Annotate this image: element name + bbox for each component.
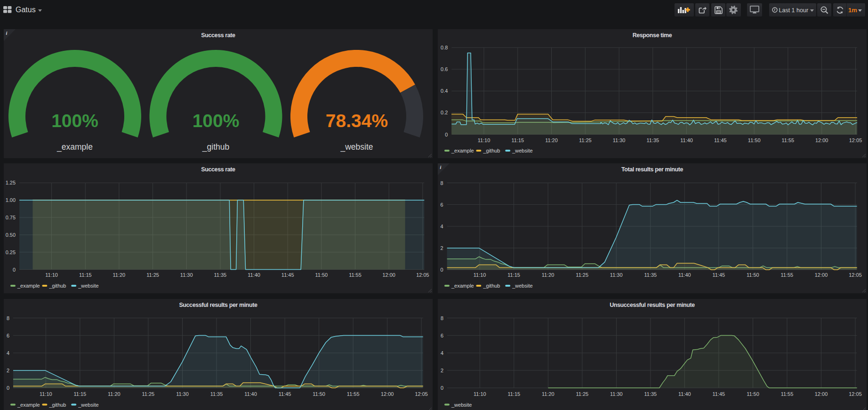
svg-text:11:40: 11:40 xyxy=(680,137,693,143)
svg-text:11:55: 11:55 xyxy=(782,137,795,143)
svg-text:11:30: 11:30 xyxy=(176,391,189,397)
svg-text:11:10: 11:10 xyxy=(40,391,52,397)
svg-text:12:05: 12:05 xyxy=(416,272,429,278)
svg-text:11:35: 11:35 xyxy=(210,391,223,397)
svg-text:_website: _website xyxy=(78,283,98,289)
svg-text:6: 6 xyxy=(7,333,9,338)
svg-text:11:20: 11:20 xyxy=(545,137,558,143)
svg-text:11:35: 11:35 xyxy=(646,137,659,143)
svg-text:11:45: 11:45 xyxy=(712,272,725,278)
svg-text:11:25: 11:25 xyxy=(576,272,588,278)
svg-text:11:45: 11:45 xyxy=(279,391,291,397)
svg-text:12:00: 12:00 xyxy=(381,391,394,397)
svg-text:0: 0 xyxy=(441,385,443,391)
svg-text:11:15: 11:15 xyxy=(79,272,92,278)
svg-text:12:05: 12:05 xyxy=(849,391,862,397)
svg-text:11:40: 11:40 xyxy=(248,272,260,278)
svg-text:0: 0 xyxy=(7,385,9,391)
svg-text:11:10: 11:10 xyxy=(478,137,490,143)
svg-text:11:20: 11:20 xyxy=(542,272,555,278)
svg-text:0.8: 0.8 xyxy=(441,45,448,50)
svg-text:11:50: 11:50 xyxy=(747,391,759,397)
svg-text:0.75: 0.75 xyxy=(6,215,16,220)
svg-text:11:30: 11:30 xyxy=(610,272,623,278)
svg-text:12:05: 12:05 xyxy=(849,137,862,143)
svg-text:_website: _website xyxy=(512,283,532,289)
svg-text:_website: _website xyxy=(340,142,373,152)
svg-text:_example: _example xyxy=(56,142,93,152)
svg-text:2: 2 xyxy=(441,368,443,373)
svg-text:6: 6 xyxy=(441,202,443,208)
svg-text:11:10: 11:10 xyxy=(45,272,58,278)
svg-text:11:10: 11:10 xyxy=(474,391,486,397)
svg-text:11:45: 11:45 xyxy=(713,391,725,397)
svg-text:_github: _github xyxy=(482,283,500,289)
svg-text:11:55: 11:55 xyxy=(349,272,362,278)
svg-text:11:25: 11:25 xyxy=(579,137,592,143)
svg-text:_example: _example xyxy=(17,283,40,289)
svg-text:4: 4 xyxy=(441,350,443,356)
svg-text:11:20: 11:20 xyxy=(108,391,121,397)
svg-text:0.25: 0.25 xyxy=(6,249,16,255)
svg-text:11:35: 11:35 xyxy=(644,272,657,278)
svg-text:4: 4 xyxy=(441,224,443,229)
svg-text:11:40: 11:40 xyxy=(678,391,691,397)
svg-text:11:20: 11:20 xyxy=(113,272,126,278)
svg-text:_website: _website xyxy=(78,402,98,408)
svg-text:12:00: 12:00 xyxy=(815,391,828,397)
svg-text:12:00: 12:00 xyxy=(382,272,395,278)
svg-text:12:00: 12:00 xyxy=(815,272,828,278)
svg-text:8: 8 xyxy=(441,180,443,186)
svg-text:11:25: 11:25 xyxy=(146,272,159,278)
svg-text:6: 6 xyxy=(441,333,443,338)
svg-text:11:50: 11:50 xyxy=(313,391,325,397)
svg-text:11:25: 11:25 xyxy=(576,391,589,397)
svg-text:8: 8 xyxy=(7,315,9,321)
svg-text:1.00: 1.00 xyxy=(6,197,16,203)
svg-text:11:50: 11:50 xyxy=(748,137,761,143)
svg-text:1.25: 1.25 xyxy=(6,180,16,185)
svg-text:_github: _github xyxy=(202,142,229,152)
svg-text:11:25: 11:25 xyxy=(142,391,155,397)
svg-text:11:35: 11:35 xyxy=(644,391,657,397)
svg-text:100%: 100% xyxy=(193,111,240,131)
svg-text:11:10: 11:10 xyxy=(474,272,486,278)
svg-text:_example: _example xyxy=(451,148,474,153)
svg-text:11:15: 11:15 xyxy=(507,391,520,397)
svg-text:11:15: 11:15 xyxy=(511,137,524,143)
svg-text:78.34%: 78.34% xyxy=(326,111,388,131)
svg-text:4: 4 xyxy=(7,350,9,356)
svg-text:8: 8 xyxy=(441,315,443,321)
svg-text:11:50: 11:50 xyxy=(315,272,328,278)
svg-text:11:15: 11:15 xyxy=(507,272,520,278)
svg-text:2: 2 xyxy=(7,368,9,373)
svg-text:2: 2 xyxy=(441,245,443,251)
svg-text:_github: _github xyxy=(482,148,500,153)
svg-text:11:40: 11:40 xyxy=(678,272,691,278)
svg-text:i: i xyxy=(440,165,442,170)
svg-text:11:55: 11:55 xyxy=(781,391,794,397)
svg-text:0: 0 xyxy=(445,132,448,137)
svg-text:0.50: 0.50 xyxy=(6,232,16,238)
svg-text:0: 0 xyxy=(13,267,16,273)
svg-text:0.4: 0.4 xyxy=(441,88,448,94)
svg-text:11:45: 11:45 xyxy=(714,137,727,143)
svg-text:_github: _github xyxy=(48,402,66,408)
svg-text:_github: _github xyxy=(48,283,66,289)
svg-text:12:00: 12:00 xyxy=(815,137,828,143)
svg-text:11:35: 11:35 xyxy=(214,272,227,278)
svg-text:12:05: 12:05 xyxy=(849,272,862,278)
svg-text:11:40: 11:40 xyxy=(244,391,257,397)
svg-text:11:55: 11:55 xyxy=(347,391,360,397)
svg-text:_example: _example xyxy=(17,402,40,408)
svg-text:11:30: 11:30 xyxy=(613,137,626,143)
svg-text:0: 0 xyxy=(441,267,443,273)
svg-text:_website: _website xyxy=(512,148,532,153)
svg-text:11:15: 11:15 xyxy=(74,391,87,397)
svg-text:11:55: 11:55 xyxy=(781,272,794,278)
svg-text:0.2: 0.2 xyxy=(441,110,448,115)
svg-text:_website: _website xyxy=(451,402,472,408)
svg-text:i: i xyxy=(6,31,8,36)
svg-text:0.6: 0.6 xyxy=(441,66,448,72)
svg-text:_example: _example xyxy=(451,283,474,289)
